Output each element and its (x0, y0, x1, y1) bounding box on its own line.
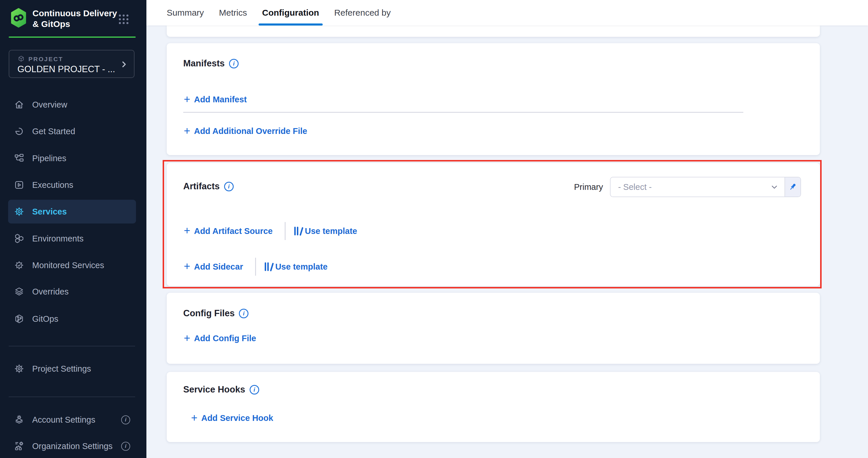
info-icon[interactable]: i (121, 416, 130, 424)
overrides-layers-icon (14, 286, 24, 297)
tabs: Summary Metrics Configuration Referenced… (167, 0, 868, 26)
sidebar-item-services[interactable]: Services (0, 198, 146, 225)
sidebar-item-label: Overview (32, 100, 67, 110)
sidebar-item-gitops[interactable]: GitOps (0, 306, 146, 332)
sidebar-item-label: Get Started (32, 127, 75, 136)
plus-icon: + (184, 95, 190, 103)
sidebar-item-project-settings[interactable]: Project Settings (0, 356, 146, 382)
sidebar-item-label: Services (32, 207, 67, 217)
vertical-divider (255, 258, 256, 276)
plus-icon: + (184, 126, 190, 135)
use-template-label: Use template (275, 262, 328, 272)
add-config-file-button[interactable]: + Add Config File (184, 334, 256, 343)
sidebar-item-environments[interactable]: Environments (0, 225, 146, 252)
template-icon (294, 227, 301, 235)
sidebar-item-get-started[interactable]: Get Started (0, 118, 146, 145)
section-title-text: Service Hooks (183, 385, 245, 395)
add-artifact-source-label: Add Artifact Source (194, 226, 273, 236)
select-placeholder: - Select - (618, 182, 770, 192)
add-artifact-source-button[interactable]: + Add Artifact Source (184, 226, 273, 236)
pin-button[interactable] (784, 177, 801, 196)
select-value-area[interactable]: - Select - (611, 177, 784, 196)
sidebar-item-overrides[interactable]: Overrides (0, 278, 146, 305)
sidebar-divider (9, 397, 135, 397)
add-manifest-button[interactable]: + Add Manifest (184, 95, 247, 104)
sidebar-item-organization-settings[interactable]: Organization Settings i (0, 433, 146, 458)
config-files-title: Config Files i (183, 308, 248, 318)
cube-icon (18, 55, 25, 63)
info-icon[interactable]: i (250, 385, 259, 395)
sidebar-item-label: Project Settings (32, 364, 91, 374)
account-settings-icon (14, 415, 24, 425)
sidebar-item-label: GitOps (32, 314, 58, 324)
sidebar-item-monitored-services[interactable]: Monitored Services (0, 252, 146, 279)
sidecar-row: + Add Sidecar Use template (184, 258, 328, 276)
module-switcher-grid-icon[interactable] (119, 14, 128, 24)
tab-summary[interactable]: Summary (167, 0, 204, 26)
artifact-source-row: + Add Artifact Source Use template (184, 222, 357, 240)
section-title-text: Artifacts (183, 181, 220, 192)
plus-icon: + (184, 226, 190, 235)
manifests-title: Manifests i (183, 58, 239, 69)
section-title-text: Manifests (183, 58, 225, 69)
add-sidecar-label: Add Sidecar (194, 262, 243, 272)
page-tab-bar: Summary Metrics Configuration Referenced… (146, 0, 868, 26)
harness-cd-logo-icon (9, 8, 28, 27)
info-icon[interactable]: i (121, 442, 130, 451)
add-service-hook-label: Add Service Hook (201, 414, 273, 423)
config-files-section: Config Files i + Add Config File (167, 293, 820, 364)
artifacts-title: Artifacts i (183, 181, 234, 192)
add-override-label: Add Additional Override File (194, 126, 307, 136)
info-icon[interactable]: i (229, 59, 239, 68)
monitored-services-icon (14, 260, 24, 270)
info-icon[interactable]: i (224, 182, 234, 191)
primary-label: Primary (574, 182, 603, 192)
add-service-hook-button[interactable]: + Add Service Hook (191, 414, 273, 423)
pipelines-icon (14, 153, 24, 163)
tab-configuration[interactable]: Configuration (262, 0, 319, 26)
tab-metrics[interactable]: Metrics (219, 0, 247, 26)
chevron-right-icon (119, 60, 128, 69)
module-title: Continuous Delivery & GitOps (32, 8, 117, 29)
sidebar-item-label: Environments (32, 234, 84, 244)
sidebar-item-pipelines[interactable]: Pipelines (0, 145, 146, 172)
template-icon (265, 262, 271, 271)
vertical-divider (285, 222, 285, 240)
plus-icon: + (184, 334, 190, 342)
sidebar-item-account-settings[interactable]: Account Settings i (0, 406, 146, 433)
primary-artifact-row: Primary - Select - (574, 177, 801, 197)
executions-icon (14, 180, 24, 190)
use-template-button[interactable]: Use template (265, 262, 328, 272)
scrolled-card-remnant (167, 26, 820, 37)
info-icon[interactable]: i (239, 309, 248, 318)
environments-icon (14, 233, 24, 244)
chevron-down-icon (770, 183, 779, 191)
sidebar-divider (9, 346, 135, 346)
section-title-text: Config Files (183, 308, 235, 318)
project-name: GOLDEN PROJECT - ... (18, 64, 115, 74)
project-selector[interactable]: PROJECT GOLDEN PROJECT - ... (9, 50, 134, 78)
home-icon (14, 99, 24, 110)
sidebar-item-overview[interactable]: Overview (0, 91, 146, 118)
sidebar: Continuous Delivery & GitOps PROJECT GOL… (0, 0, 146, 458)
use-template-button[interactable]: Use template (294, 226, 357, 236)
add-manifest-label: Add Manifest (194, 95, 247, 104)
sidebar-item-label: Account Settings (32, 415, 95, 425)
use-template-label: Use template (305, 226, 357, 236)
services-gear-icon (14, 206, 24, 217)
sidebar-item-label: Overrides (32, 287, 69, 297)
tab-referenced-by[interactable]: Referenced by (334, 0, 391, 26)
plus-icon: + (184, 262, 190, 270)
primary-artifact-select[interactable]: - Select - (610, 177, 801, 197)
sidebar-item-label: Pipelines (32, 154, 66, 163)
service-hooks-section: Service Hooks i + Add Service Hook (167, 372, 820, 442)
gear-icon (14, 364, 24, 374)
module-accent-line (9, 36, 136, 38)
pin-icon (788, 182, 798, 192)
sidebar-item-executions[interactable]: Executions (0, 172, 146, 198)
add-additional-override-file-button[interactable]: + Add Additional Override File (184, 126, 307, 136)
project-label: PROJECT (28, 56, 63, 63)
add-sidecar-button[interactable]: + Add Sidecar (184, 262, 243, 272)
gitops-icon (14, 314, 24, 324)
sidebar-item-label: Executions (32, 180, 73, 190)
